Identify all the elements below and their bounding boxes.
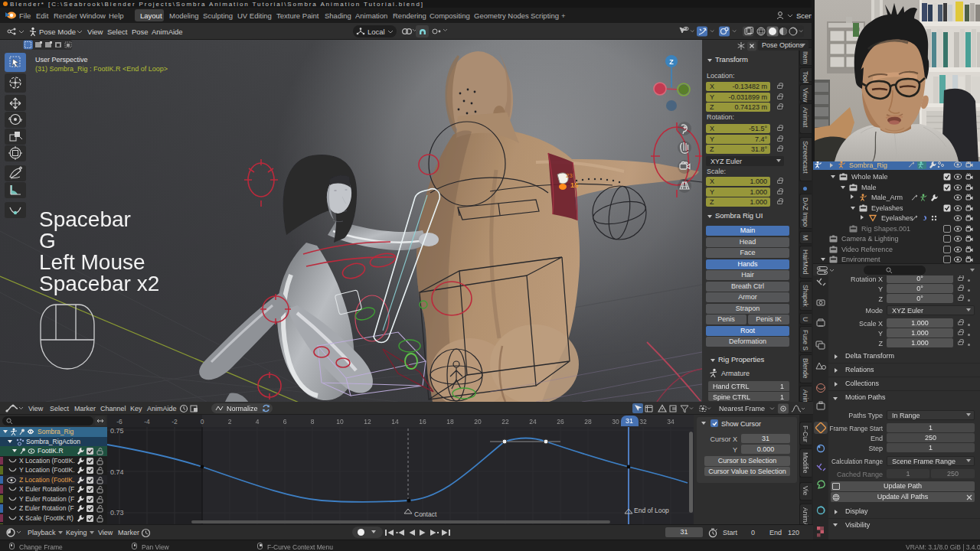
svg-text:15: 15 <box>570 181 579 189</box>
svg-text:Left Mouse: Left Mouse <box>39 250 145 274</box>
svg-text:23: 23 <box>566 172 573 179</box>
svg-text:Z: Z <box>669 58 674 66</box>
svg-text:Spacebar: Spacebar <box>39 207 131 231</box>
svg-text:0.73: 0.73 <box>110 509 124 517</box>
svg-text:Contact: Contact <box>414 510 437 518</box>
svg-text:0.75: 0.75 <box>110 427 124 435</box>
svg-text:Spacebar x2: Spacebar x2 <box>39 272 159 295</box>
svg-text:0.74: 0.74 <box>110 468 124 476</box>
svg-text:End of Loop: End of Loop <box>634 507 669 514</box>
svg-text:G: G <box>39 229 56 253</box>
svg-text:Nearest Frame: Nearest Frame <box>719 405 765 412</box>
